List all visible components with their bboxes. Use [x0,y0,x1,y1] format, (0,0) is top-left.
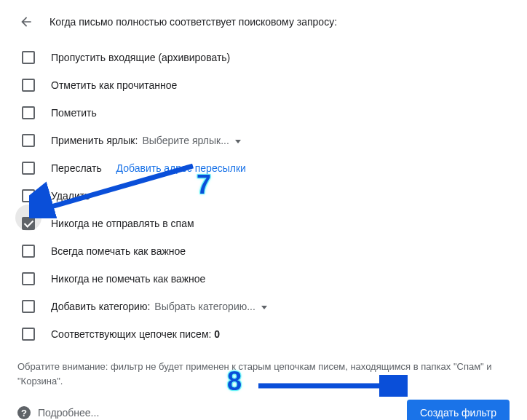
option-label: Пропустить входящие (архивировать) [51,52,230,63]
checkbox-skip-inbox[interactable] [22,51,35,64]
category-dropdown[interactable]: Выбрать категорию... [154,301,266,312]
dropdown-text: Выберите ярлык... [142,135,229,146]
option-mark-read[interactable]: Отметить как прочитанное [17,71,510,99]
checkbox-never-spam[interactable] [22,217,35,230]
option-never-important[interactable]: Никогда не помечать как важное [17,265,510,293]
option-never-spam[interactable]: Никогда не отправлять в спам [17,210,510,237]
matching-count: 0 [214,328,220,340]
option-label: Пометить [51,107,97,119]
checkbox-mark-read[interactable] [22,79,35,92]
option-label: Применить ярлык: [51,135,138,146]
option-label: Никогда не помечать как важное [51,273,205,285]
checkbox-apply-label[interactable] [22,134,35,147]
option-label: Добавить категорию: [51,301,150,312]
option-always-important[interactable]: Всегда помечать как важное [17,237,510,265]
checkbox-star[interactable] [22,106,35,119]
label-dropdown[interactable]: Выберите ярлык... [142,135,240,146]
option-label: Переслать [51,162,102,174]
matching-prefix: Соответствующих цепочек писем: [51,328,214,340]
dialog-title: Когда письмо полностью соответствует пои… [49,16,337,28]
option-star[interactable]: Пометить [17,99,510,127]
option-label: Всегда помечать как важное [51,245,186,257]
option-categorize[interactable]: Добавить категорию: Выбрать категорию... [17,293,510,320]
arrow-left-icon [19,15,33,29]
option-apply-label[interactable]: Применить ярлык: Выберите ярлык... [17,127,510,154]
dropdown-text: Выбрать категорию... [154,301,255,312]
option-label: Никогда не отправлять в спам [51,218,194,229]
option-matching-threads[interactable]: Соответствующих цепочек писем: 0 [17,320,510,348]
dialog-footer: ? Подробнее... Создать фильтр [17,400,510,420]
option-skip-inbox[interactable]: Пропустить входящие (архивировать) [17,44,510,71]
option-label: Отметить как прочитанное [51,79,177,91]
checkbox-delete[interactable] [22,189,35,202]
checkbox-categorize[interactable] [22,300,35,313]
learn-more-link[interactable]: Подробнее... [38,407,99,419]
option-delete[interactable]: Удалить [17,182,510,210]
option-label: Удалить [51,190,90,202]
option-forward[interactable]: Переслать Добавить адрес пересылки [17,154,510,182]
create-filter-button[interactable]: Создать фильтр [407,400,510,420]
back-button[interactable] [17,13,35,31]
dialog-header: Когда письмо полностью соответствует пои… [17,13,510,31]
add-forwarding-link[interactable]: Добавить адрес пересылки [116,162,246,174]
checkbox-never-important[interactable] [22,272,35,285]
filter-options-list: Пропустить входящие (архивировать) Отмет… [17,44,510,348]
chevron-down-icon [261,306,267,309]
filter-note: Обратите внимание: фильтр не будет приме… [17,360,510,388]
checkbox-matching[interactable] [22,328,35,341]
help-icon[interactable]: ? [17,406,31,419]
checkbox-forward[interactable] [22,162,35,175]
option-label: Соответствующих цепочек писем: 0 [51,328,220,340]
chevron-down-icon [235,140,241,143]
checkbox-always-important[interactable] [22,245,35,258]
